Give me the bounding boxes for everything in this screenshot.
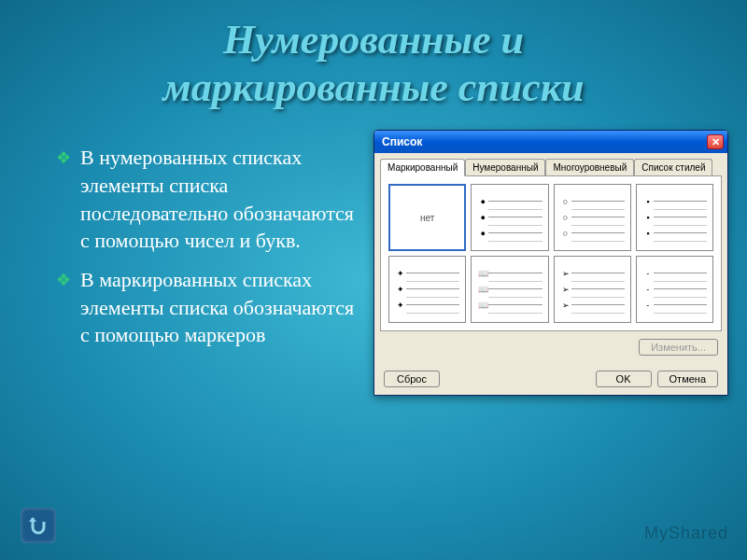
bullet-char-icon: ▪: [642, 229, 654, 238]
bullet-char-icon: 📖: [477, 269, 488, 278]
close-button[interactable]: ✕: [707, 134, 724, 149]
bullet-char-icon: ○: [560, 229, 571, 238]
bullet-style-cell[interactable]: 📖📖📖: [471, 256, 548, 323]
cancel-button[interactable]: Отмена: [657, 371, 718, 387]
bullet-text: В нумерованных списках элементы списка п…: [80, 144, 364, 255]
bullet-char-icon: ➢: [560, 301, 571, 310]
bullet-preview: ○○○: [560, 194, 625, 242]
bullet-style-cell[interactable]: ○○○: [554, 184, 631, 251]
change-button[interactable]: Изменить...: [639, 339, 718, 356]
bullet-char-icon: ▪: [642, 213, 654, 222]
bullet-item: ❖ В нумерованных списках элементы списка…: [56, 144, 364, 255]
bullet-text: В маркированных списках элементы списка …: [80, 266, 364, 349]
bullet-char-icon: ✦: [395, 269, 406, 278]
bullet-char-icon: ●: [477, 213, 488, 222]
description-column: ❖ В нумерованных списках элементы списка…: [56, 130, 364, 396]
bullet-char-icon: 📖: [477, 285, 488, 294]
bullet-char-icon: -: [642, 269, 654, 278]
tab-panel: нет●●●○○○▪▪▪✦✦✦📖📖📖➢➢➢---: [380, 175, 722, 331]
bullet-preview: ✦✦✦: [395, 266, 459, 314]
bullet-char-icon: ▪: [642, 197, 654, 206]
bullet-preview: ---: [642, 266, 707, 314]
bullet-preview: 📖📖📖: [477, 266, 542, 314]
bullet-preview: ▪▪▪: [642, 194, 707, 242]
tab-bulleted[interactable]: Маркированный: [380, 159, 465, 176]
diamond-bullet-icon: ❖: [56, 270, 71, 290]
title-line-1: Нумерованные и: [0, 17, 747, 64]
dialog-titlebar: Список ✕: [374, 131, 727, 153]
bullet-char-icon: 📖: [477, 301, 488, 310]
bullet-style-grid: нет●●●○○○▪▪▪✦✦✦📖📖📖➢➢➢---: [388, 184, 713, 323]
bullet-char-icon: ✦: [395, 285, 406, 294]
bullet-style-cell[interactable]: ---: [636, 256, 713, 323]
watermark: MyShared: [644, 524, 728, 543]
bullet-preview: ●●●: [477, 194, 542, 242]
tab-stylelist[interactable]: Список стилей: [634, 159, 712, 175]
reset-button[interactable]: Сброс: [384, 371, 440, 387]
dialog-title: Список: [382, 135, 422, 148]
slide-title: Нумерованные и маркированные списки: [0, 0, 747, 111]
change-row: Изменить...: [374, 331, 727, 363]
bullet-char-icon: ○: [560, 213, 571, 222]
tab-strip: Маркированный Нумерованный Многоуровневы…: [374, 153, 727, 175]
none-label: нет: [420, 213, 434, 223]
diamond-bullet-icon: ❖: [56, 147, 71, 168]
bullet-preview: ➢➢➢: [560, 266, 625, 314]
list-dialog: Список ✕ Маркированный Нумерованный Мног…: [374, 130, 728, 396]
bullet-char-icon: -: [642, 285, 654, 294]
bullet-style-cell[interactable]: ●●●: [471, 184, 548, 251]
bullet-style-cell[interactable]: нет: [388, 184, 466, 251]
bottom-button-row: Сброс OK Отмена: [374, 363, 727, 395]
ok-button[interactable]: OK: [596, 371, 652, 387]
bullet-char-icon: -: [642, 301, 654, 310]
bullet-char-icon: ➢: [560, 269, 571, 278]
bullet-char-icon: ➢: [560, 285, 571, 294]
back-button[interactable]: [21, 508, 56, 543]
tab-multilevel[interactable]: Многоуровневый: [545, 159, 634, 175]
bullet-char-icon: ●: [477, 197, 488, 206]
bullet-style-cell[interactable]: ➢➢➢: [554, 256, 631, 323]
bullet-item: ❖ В маркированных списках элементы списк…: [56, 266, 364, 349]
bullet-style-cell[interactable]: ▪▪▪: [636, 184, 713, 251]
bullet-char-icon: ●: [477, 229, 488, 238]
u-turn-arrow-icon: [27, 514, 49, 537]
bullet-char-icon: ✦: [395, 301, 406, 310]
bullet-char-icon: ○: [560, 197, 571, 206]
title-line-2: маркированные списки: [0, 64, 747, 112]
tab-numbered[interactable]: Нумерованный: [465, 159, 545, 175]
bullet-style-cell[interactable]: ✦✦✦: [388, 256, 466, 323]
